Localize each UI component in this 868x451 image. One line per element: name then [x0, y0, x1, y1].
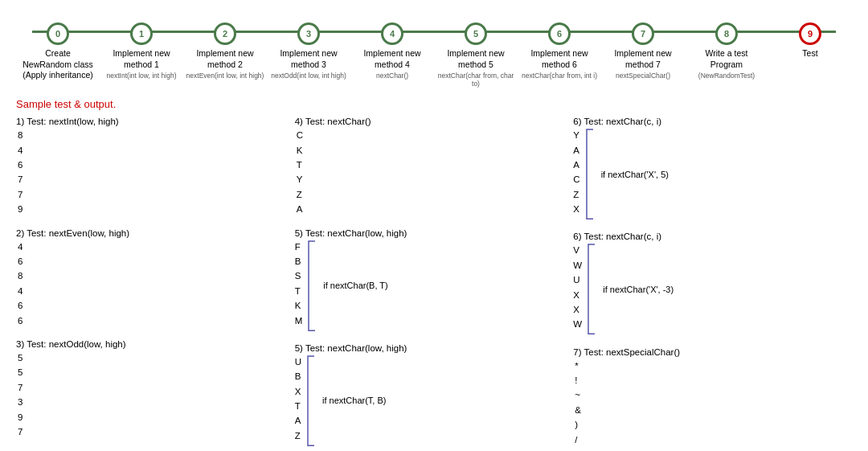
bracket-label-col2-1: if nextChar(B, T) — [323, 240, 388, 332]
bracket-group-col3-1: VWUXXWif nextChar('X', -3) — [573, 243, 844, 335]
timeline-item-4: 4Implement new method 4nextChar() — [350, 23, 434, 80]
column-2: 4) Test: nextChar()CKTYZA5) Test: nextCh… — [295, 117, 574, 451]
timeline-sublabel-6: nextChar(char from, int i) — [522, 72, 597, 80]
timeline-section: 0Create NewRandom class (Apply inheritan… — [0, 0, 868, 92]
sample-title: Sample test & output. — [16, 98, 852, 110]
test-block-col1-0: 1) Test: nextInt(low, high)846779 — [16, 117, 287, 216]
timeline-circle-5: 5 — [465, 23, 487, 45]
bracket-values-col2-2: UBXTAZ — [295, 355, 301, 447]
timeline-circle-6: 6 — [548, 23, 571, 45]
timeline-circle-0: 0 — [47, 23, 69, 45]
column-3: 6) Test: nextChar(c, i)YAACZXif nextChar… — [573, 117, 852, 451]
test-values-col1-2: 557397 — [16, 351, 287, 439]
timeline-sublabel-3: nextOdd(int low, int high) — [271, 72, 346, 80]
test-header-col2-2: 5) Test: nextChar(low, high) — [295, 343, 566, 353]
sample-section: Sample test & output. 1) Test: nextInt(l… — [0, 92, 868, 451]
test-block-col1-1: 2) Test: nextEven(low, high)468466 — [16, 228, 287, 328]
bracket-svg-col2-2 — [305, 355, 316, 447]
timeline-item-7: 7Implement new method 7nextSpecialChar() — [601, 23, 685, 80]
timeline-circle-2: 2 — [214, 23, 236, 45]
bracket-group-col2-1: FBSTKMif nextChar(B, T) — [295, 240, 566, 332]
timeline-item-9: 9Test — [768, 23, 852, 59]
bracket-label-col2-2: if nextChar(T, B) — [322, 355, 386, 447]
test-header-col1-1: 2) Test: nextEven(low, high) — [16, 228, 287, 238]
test-block-col3-1: 6) Test: nextChar(c, i)VWUXXWif nextChar… — [573, 232, 844, 335]
timeline-label-0: Create NewRandom class (Apply inheritanc… — [22, 48, 94, 81]
test-block-col2-1: 5) Test: nextChar(low, high)FBSTKMif nex… — [295, 228, 566, 332]
timeline-sublabel-7: nextSpecialChar() — [616, 72, 670, 80]
test-header-col1-2: 3) Test: nextOdd(low, high) — [16, 339, 287, 349]
timeline-circle-4: 4 — [381, 23, 403, 45]
timeline-label-7: Implement new method 7 — [607, 48, 679, 70]
timeline-item-2: 2Implement new method 2nextEven(int low,… — [183, 23, 267, 80]
timeline-label-9: Test — [802, 48, 817, 59]
timeline-label-6: Implement new method 6 — [523, 48, 596, 70]
test-values-col1-0: 846779 — [16, 128, 287, 216]
bracket-label-col3-1: if nextChar('X', -3) — [603, 243, 674, 335]
test-values-col2-0: CKTYZA — [295, 128, 566, 216]
timeline-circle-9: 9 — [799, 23, 821, 45]
test-values-col1-1: 468466 — [16, 240, 287, 328]
test-block-col1-2: 3) Test: nextOdd(low, high)557397 — [16, 339, 287, 439]
column-1: 1) Test: nextInt(low, high)8467792) Test… — [16, 117, 295, 451]
bracket-values-col3-1: VWUXXW — [573, 243, 582, 335]
bracket-group-col3-0: YAACZXif nextChar('X', 5) — [573, 128, 844, 220]
timeline-sublabel-1: nextInt(int low, int high) — [107, 72, 177, 80]
test-header-col3-2: 7) Test: nextSpecialChar() — [573, 347, 844, 357]
timeline-label-4: Implement new method 4 — [356, 48, 428, 70]
timeline-circle-3: 3 — [297, 23, 320, 45]
test-block-col3-2: 7) Test: nextSpecialChar()*!~&)/ — [573, 347, 844, 447]
timeline-item-3: 3Implement new method 3nextOdd(int low, … — [267, 23, 350, 80]
timeline-label-2: Implement new method 2 — [189, 48, 261, 70]
content-area: 1) Test: nextInt(low, high)8467792) Test… — [16, 117, 852, 451]
test-block-col2-0: 4) Test: nextChar()CKTYZA — [295, 117, 566, 216]
bracket-group-col2-2: UBXTAZif nextChar(T, B) — [295, 355, 566, 447]
test-header-col3-1: 6) Test: nextChar(c, i) — [573, 232, 844, 241]
timeline-circle-1: 1 — [130, 23, 153, 45]
timeline-circle-7: 7 — [632, 23, 654, 45]
timeline-sublabel-2: nextEven(int low, int high) — [186, 72, 264, 80]
timeline-label-1: Implement new method 1 — [105, 48, 178, 70]
bracket-label-col3-0: if nextChar('X', 5) — [601, 128, 669, 220]
bracket-svg-col2-1 — [305, 240, 317, 332]
timeline-sublabel-8: (NewRandomTest) — [698, 72, 755, 80]
timeline-item-5: 5Implement new method 5nextChar(char fro… — [434, 23, 518, 88]
timeline-label-8: Write a test Program — [690, 48, 763, 70]
timeline-sublabel-4: nextChar() — [376, 72, 408, 80]
bracket-svg-col3-1 — [585, 243, 596, 335]
timeline-container: 0Create NewRandom class (Apply inheritan… — [16, 8, 852, 88]
timeline-item-6: 6Implement new method 6nextChar(char fro… — [518, 23, 601, 80]
timeline-item-8: 8Write a test Program(NewRandomTest) — [685, 23, 768, 80]
test-block-col3-0: 6) Test: nextChar(c, i)YAACZXif nextChar… — [573, 117, 844, 220]
test-block-col2-2: 5) Test: nextChar(low, high)UBXTAZif nex… — [295, 343, 566, 447]
bracket-values-col2-1: FBSTKM — [295, 240, 303, 332]
bracket-values-col3-0: YAACZX — [573, 128, 579, 220]
test-header-col2-1: 5) Test: nextChar(low, high) — [295, 228, 566, 238]
test-header-col1-0: 1) Test: nextInt(low, high) — [16, 117, 287, 126]
test-values-col3-2: *!~&)/ — [573, 359, 844, 447]
timeline-label-3: Implement new method 3 — [272, 48, 345, 70]
timeline-label-5: Implement new method 5 — [440, 48, 512, 70]
timeline-item-1: 1Implement new method 1nextInt(int low, … — [100, 23, 183, 80]
timeline-sublabel-5: nextChar(char from, char to) — [436, 72, 516, 88]
timeline-item-0: 0Create NewRandom class (Apply inheritan… — [16, 23, 100, 81]
test-header-col3-0: 6) Test: nextChar(c, i) — [573, 117, 844, 126]
bracket-svg-col3-0 — [583, 128, 595, 220]
timeline-circle-8: 8 — [715, 23, 738, 45]
test-header-col2-0: 4) Test: nextChar() — [295, 117, 566, 126]
